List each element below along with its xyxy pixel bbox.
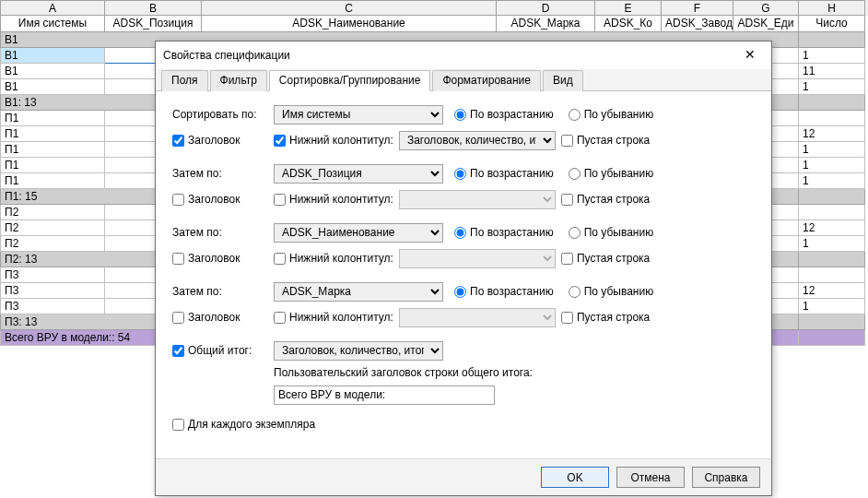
sort3-footer-mode-select[interactable] bbox=[399, 249, 556, 268]
field-header[interactable]: ADSK_Ко bbox=[595, 16, 662, 32]
titlebar[interactable]: Свойства спецификации ✕ bbox=[156, 42, 771, 69]
grand-total-checkbox[interactable] bbox=[172, 345, 184, 357]
sort3-field-select[interactable]: ADSK_Наименование bbox=[274, 223, 443, 243]
cell[interactable]: 1 bbox=[799, 48, 865, 64]
grand-total-mode-select[interactable]: Заголовок, количество, итого bbox=[274, 341, 443, 361]
sort2-blank-checkbox[interactable] bbox=[561, 194, 573, 206]
cancel-button[interactable]: Отмена bbox=[616, 467, 685, 488]
count-cell bbox=[799, 330, 865, 346]
cell[interactable]: 1 bbox=[799, 158, 865, 173]
cell[interactable]: П1 bbox=[0, 142, 105, 158]
cell[interactable]: 1 bbox=[799, 299, 865, 314]
cell[interactable]: П2 bbox=[0, 205, 105, 220]
sort-by-label: Сортировать по: bbox=[172, 108, 274, 121]
col-letter[interactable]: B bbox=[105, 0, 202, 16]
dialog-body: Сортировать по: Имя системы По возрастан… bbox=[156, 91, 771, 458]
cell[interactable]: В1 bbox=[0, 79, 105, 95]
field-header[interactable]: ADSK_Позиция bbox=[105, 16, 202, 32]
tab-formatting[interactable]: Форматирование bbox=[432, 70, 541, 91]
sort2-field-select[interactable]: ADSK_Позиция bbox=[274, 164, 443, 184]
sort4-asc-radio[interactable] bbox=[454, 286, 466, 298]
sort2-asc-radio[interactable] bbox=[454, 168, 466, 180]
cell[interactable]: П3 bbox=[0, 283, 105, 299]
close-icon: ✕ bbox=[745, 47, 756, 62]
cell[interactable]: 12 bbox=[799, 126, 865, 142]
cell[interactable]: П3 bbox=[0, 267, 105, 283]
column-letter-row: A B C D E F G H bbox=[0, 0, 868, 16]
sort4-blank-checkbox[interactable] bbox=[561, 312, 573, 324]
per-instance-checkbox[interactable] bbox=[172, 419, 184, 431]
sort4-header-checkbox[interactable] bbox=[172, 312, 184, 324]
cell[interactable]: П1 bbox=[0, 111, 105, 126]
count-cell bbox=[799, 252, 865, 267]
cell[interactable]: П2 bbox=[0, 236, 105, 252]
field-header-row: Имя системы ADSK_Позиция ADSK_Наименован… bbox=[0, 16, 868, 32]
sort3-asc-radio[interactable] bbox=[454, 227, 466, 239]
sort3-desc-radio[interactable] bbox=[569, 227, 581, 239]
sort4-field-select[interactable]: ADSK_Марка bbox=[274, 282, 443, 302]
cell[interactable]: П3 bbox=[0, 299, 105, 314]
count-cell bbox=[799, 314, 865, 330]
cell[interactable] bbox=[799, 205, 865, 220]
tab-appearance[interactable]: Вид bbox=[543, 70, 583, 91]
cell[interactable]: В1 bbox=[0, 48, 105, 64]
tab-strip: Поля Фильтр Сортировка/Группирование Фор… bbox=[156, 69, 771, 91]
sort4-footer-mode-select[interactable] bbox=[399, 308, 556, 327]
sort2-desc-radio[interactable] bbox=[569, 168, 581, 180]
then-by-label: Затем по: bbox=[172, 226, 274, 239]
cell[interactable]: 12 bbox=[799, 283, 865, 299]
sort2-footer-checkbox[interactable] bbox=[274, 194, 286, 206]
tab-sorting-grouping[interactable]: Сортировка/Группирование bbox=[269, 70, 431, 91]
tab-fields[interactable]: Поля bbox=[161, 70, 208, 91]
sort4-footer-checkbox[interactable] bbox=[274, 312, 286, 324]
field-header[interactable]: Число bbox=[799, 16, 865, 32]
sort3-footer-checkbox[interactable] bbox=[274, 253, 286, 265]
cell[interactable] bbox=[799, 111, 865, 126]
cell[interactable]: П1 bbox=[0, 158, 105, 173]
sort1-blank-checkbox[interactable] bbox=[561, 135, 573, 147]
cell[interactable]: 1 bbox=[799, 79, 865, 95]
cell[interactable]: 12 bbox=[799, 220, 865, 236]
col-letter[interactable]: C bbox=[202, 0, 497, 16]
field-header[interactable]: ADSK_Марка bbox=[497, 16, 595, 32]
sort2-footer-mode-select[interactable] bbox=[399, 190, 556, 209]
cell[interactable] bbox=[799, 267, 865, 283]
field-header[interactable]: ADSK_Еди bbox=[733, 16, 799, 32]
sort1-footer-mode-select[interactable]: Заголовок, количество, ит bbox=[399, 131, 556, 150]
cell[interactable]: В1 bbox=[0, 64, 105, 79]
sort-by-field-select[interactable]: Имя системы bbox=[274, 105, 443, 125]
field-header[interactable]: ADSK_Наименование bbox=[202, 16, 497, 32]
col-letter[interactable]: G bbox=[733, 0, 799, 16]
cell[interactable]: 11 bbox=[799, 64, 865, 79]
sort1-asc-radio[interactable] bbox=[454, 109, 466, 121]
sort4-desc-radio[interactable] bbox=[569, 286, 581, 298]
tab-filter[interactable]: Фильтр bbox=[210, 70, 267, 91]
sort1-header-checkbox[interactable] bbox=[172, 135, 184, 147]
col-letter[interactable]: F bbox=[662, 0, 733, 16]
col-letter[interactable]: E bbox=[595, 0, 662, 16]
cell[interactable]: П2 bbox=[0, 220, 105, 236]
col-letter[interactable]: H bbox=[799, 0, 865, 16]
col-letter[interactable]: D bbox=[497, 0, 595, 16]
close-button[interactable]: ✕ bbox=[736, 44, 764, 66]
cell[interactable]: 1 bbox=[799, 236, 865, 252]
sort1-desc-radio[interactable] bbox=[569, 109, 581, 121]
cell[interactable]: П1 bbox=[0, 126, 105, 142]
sort3-header-checkbox[interactable] bbox=[172, 253, 184, 265]
field-header[interactable]: Имя системы bbox=[0, 16, 105, 32]
cell[interactable]: П1 bbox=[0, 173, 105, 189]
custom-grand-total-caption: Пользовательский заголовок строки общего… bbox=[274, 366, 755, 379]
field-header[interactable]: ADSK_Завод bbox=[662, 16, 733, 32]
dialog-title: Свойства спецификации bbox=[163, 49, 736, 62]
grand-total-custom-text-input[interactable] bbox=[274, 385, 495, 405]
help-button[interactable]: Справка bbox=[692, 467, 760, 488]
count-cell bbox=[799, 32, 865, 48]
sort3-blank-checkbox[interactable] bbox=[561, 253, 573, 265]
cell[interactable]: 1 bbox=[799, 173, 865, 189]
col-letter[interactable]: A bbox=[0, 0, 105, 16]
ok-button[interactable]: OK bbox=[541, 467, 609, 488]
sort1-footer-checkbox[interactable] bbox=[274, 135, 286, 147]
dialog-footer: OK Отмена Справка bbox=[156, 458, 771, 495]
sort2-header-checkbox[interactable] bbox=[172, 194, 184, 206]
cell[interactable]: 1 bbox=[799, 142, 865, 158]
